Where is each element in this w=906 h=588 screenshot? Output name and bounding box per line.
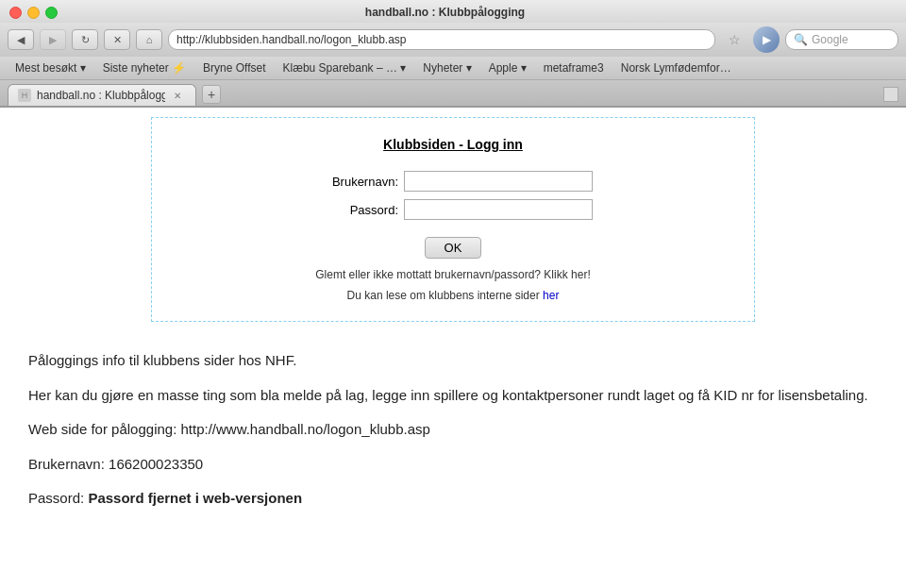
internal-link-row: Du kan lese om klubbens interne sider he… — [171, 289, 735, 302]
username-row: Brukernavn: — [313, 171, 593, 192]
bookmark-label: Nyheter ▾ — [423, 61, 471, 75]
username-info-label: Brukernavn: — [28, 456, 105, 472]
page-body: Påloggings info til klubbens sider hos N… — [0, 331, 906, 542]
back-button[interactable]: ◀ — [8, 29, 34, 50]
bookmark-bryne-offset[interactable]: Bryne Offset — [195, 59, 273, 76]
paragraph-3: Web side for pålogging: http://www.handb… — [28, 419, 878, 441]
stop-button[interactable]: ✕ — [104, 29, 130, 50]
user-icon[interactable]: ▶ — [753, 26, 780, 53]
password-info: Passord: Passord fjernet i web-versjonen — [28, 488, 878, 510]
bookmark-apple[interactable]: Apple ▾ — [481, 59, 534, 76]
bookmark-mest-besokt[interactable]: Mest besøkt ▾ — [8, 59, 93, 76]
internal-text: Du kan lese om klubbens interne sider — [347, 289, 540, 302]
bookmark-label: Apple ▾ — [489, 61, 527, 75]
username-info: Brukernavn: 166200023350 — [28, 454, 878, 476]
login-frame: Klubbsiden - Logg inn Brukernavn: Passor… — [151, 117, 755, 322]
window-controls — [9, 7, 58, 19]
bookmark-norsk[interactable]: Norsk Lymfødemfor… — [613, 59, 739, 76]
password-input[interactable] — [404, 199, 593, 220]
bookmark-klabu[interactable]: Klæbu Sparebank – … ▾ — [276, 59, 414, 76]
active-tab[interactable]: H handball.no : Klubbpålogging ✕ — [8, 84, 196, 106]
address-bar[interactable]: http://klubbsiden.handball.no/logon_klub… — [168, 29, 715, 50]
forward-button[interactable]: ▶ — [40, 29, 66, 50]
url-text: http://klubbsiden.handball.no/logon_klub… — [176, 33, 407, 46]
password-row: Passord: — [313, 199, 593, 220]
paragraph-1: Påloggings info til klubbens sider hos N… — [28, 350, 878, 372]
bookmark-label: Norsk Lymfødemfor… — [621, 61, 731, 75]
ok-button[interactable]: OK — [425, 237, 482, 259]
home-button[interactable]: ⌂ — [136, 29, 162, 50]
bookmark-label: Mest besøkt ▾ — [15, 61, 86, 75]
forgot-password-text: Glemt eller ikke mottatt brukernavn/pass… — [171, 268, 735, 281]
tab-close-button[interactable]: ✕ — [171, 89, 184, 102]
login-title: Klubbsiden - Logg inn — [171, 137, 735, 152]
search-placeholder: Google — [812, 33, 848, 46]
refresh-button[interactable]: ↻ — [72, 29, 98, 50]
minimize-button[interactable] — [27, 7, 40, 19]
password-info-label: Passord: — [28, 490, 88, 506]
login-form: Brukernavn: Passord: — [313, 171, 593, 227]
nav-bar: ◀ ▶ ↻ ✕ ⌂ http://klubbsiden.handball.no/… — [0, 23, 906, 57]
search-glass-icon: 🔍 — [794, 33, 808, 46]
bookmark-label: metaframe3 — [544, 61, 604, 75]
paragraph-2: Her kan du gjøre en masse ting som bla m… — [28, 385, 878, 407]
password-info-value: Passord fjernet i web-versjonen — [88, 490, 302, 506]
bookmark-label: Klæbu Sparebank – … ▾ — [283, 61, 407, 75]
tab-bar: H handball.no : Klubbpålogging ✕ + — [0, 80, 906, 107]
tab-favicon: H — [18, 89, 31, 102]
bookmarks-bar: Mest besøkt ▾ Siste nyheter ⚡ Bryne Offs… — [0, 57, 906, 80]
password-label: Passord: — [313, 203, 398, 217]
ok-button-row: OK — [171, 237, 735, 259]
search-bar[interactable]: 🔍 Google — [785, 29, 898, 50]
internal-link[interactable]: her — [543, 289, 559, 302]
close-button[interactable] — [9, 7, 22, 19]
window-title: handball.no : Klubbpålogging — [69, 6, 821, 19]
bookmark-metaframe[interactable]: metaframe3 — [536, 59, 612, 76]
new-tab-button[interactable]: + — [202, 85, 221, 104]
content-area: Klubbsiden - Logg inn Brukernavn: Passor… — [0, 117, 906, 542]
bookmark-star[interactable]: ☆ — [721, 29, 747, 50]
username-info-value: 166200023350 — [109, 456, 203, 472]
user-icon-label: ▶ — [763, 33, 771, 46]
bookmark-nyheter[interactable]: Nyheter ▾ — [415, 59, 478, 76]
username-input[interactable] — [404, 171, 593, 192]
maximize-button[interactable] — [45, 7, 58, 19]
bookmark-siste-nyheter[interactable]: Siste nyheter ⚡ — [95, 59, 193, 76]
bookmark-label: Siste nyheter ⚡ — [103, 61, 186, 75]
tab-label: handball.no : Klubbpålogging — [37, 89, 165, 102]
tab-list-button[interactable] — [883, 87, 898, 102]
title-bar: handball.no : Klubbpålogging — [0, 0, 906, 23]
browser-chrome: handball.no : Klubbpålogging ◀ ▶ ↻ ✕ ⌂ h… — [0, 0, 906, 108]
username-label: Brukernavn: — [313, 175, 398, 189]
bookmark-label: Bryne Offset — [203, 61, 265, 75]
